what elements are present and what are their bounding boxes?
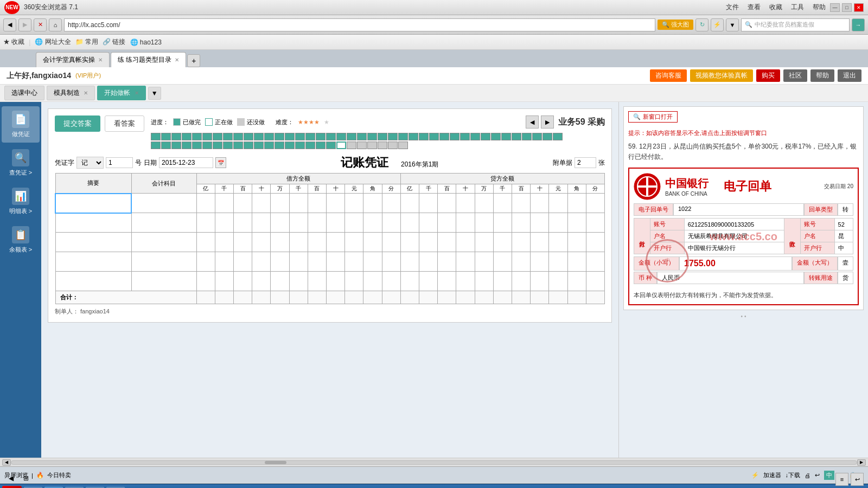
pcell-2[interactable] — [161, 133, 171, 140]
search-go-button[interactable]: → — [852, 18, 865, 31]
c1-c6[interactable] — [493, 194, 512, 213]
c1-c8[interactable] — [531, 194, 549, 213]
c1-c9[interactable] — [549, 194, 567, 213]
pcell-65[interactable] — [398, 142, 408, 149]
forward-button[interactable]: ▶ — [18, 18, 31, 31]
d2-c9[interactable] — [345, 213, 363, 233]
tab-main[interactable]: 会计学堂真帐实操 ✕ — [36, 52, 110, 67]
summary-input-1[interactable] — [57, 198, 130, 208]
pcell-59[interactable] — [336, 142, 346, 149]
tab-active-close[interactable]: ✕ — [175, 57, 179, 63]
pcell-3[interactable] — [171, 133, 181, 140]
date-input[interactable] — [159, 157, 213, 168]
pcell-62[interactable] — [367, 142, 377, 149]
bookmark-links[interactable]: 🔗 链接 — [103, 37, 125, 47]
zoom-button[interactable]: 🔍 强大图 — [658, 20, 693, 30]
d1-c7[interactable] — [308, 194, 326, 213]
c2-c3[interactable] — [438, 213, 456, 233]
d1-c9[interactable] — [345, 194, 363, 213]
c1-c1[interactable] — [400, 194, 419, 213]
pcell-23[interactable] — [378, 133, 387, 140]
pcell-14[interactable] — [285, 133, 295, 140]
d2-c3[interactable] — [233, 213, 252, 233]
bookmark-common[interactable]: 📁 常用 — [75, 37, 98, 47]
buy-button[interactable]: 购买 — [756, 69, 780, 82]
pcell-42[interactable] — [161, 142, 171, 149]
d2-c2[interactable] — [215, 213, 233, 233]
scroll-left-button[interactable]: ◀ — [2, 459, 11, 466]
bookmark-collect[interactable]: ★ 收藏 — [3, 37, 24, 47]
pcell-1[interactable] — [151, 133, 161, 140]
minimize-button[interactable]: — — [830, 3, 840, 12]
pcell-22[interactable] — [367, 133, 377, 140]
close-button[interactable]: ✕ — [854, 3, 864, 12]
pcell-37[interactable] — [522, 133, 532, 140]
pcell-18[interactable] — [326, 133, 336, 140]
pcell-63[interactable] — [378, 142, 387, 149]
view-answer-button[interactable]: 看答案 — [105, 115, 144, 132]
nav-tab-model-close[interactable]: ✕ — [84, 90, 88, 96]
scrollbar-thumb[interactable] — [265, 461, 286, 464]
pcell-36[interactable] — [512, 133, 521, 140]
pcell-45[interactable] — [192, 142, 202, 149]
pcell-29[interactable] — [439, 133, 449, 140]
pcell-6[interactable] — [202, 133, 212, 140]
d1-c5[interactable] — [271, 194, 289, 213]
submit-button[interactable]: 提交答案 — [55, 115, 100, 132]
new-window-button[interactable]: 🔍 新窗口打开 — [628, 111, 678, 123]
account-cell-2[interactable] — [131, 213, 196, 233]
pcell-35[interactable] — [501, 133, 511, 140]
cert-type-select[interactable]: 记 — [76, 157, 104, 169]
refresh2-button[interactable]: ↻ — [695, 18, 709, 31]
bookmark-hao123[interactable]: 🌐 hao123 — [130, 38, 162, 46]
d2-c7[interactable] — [308, 213, 326, 233]
account-cell-1[interactable] — [131, 194, 196, 213]
tab-main-close[interactable]: ✕ — [98, 57, 103, 63]
pcell-60[interactable] — [347, 142, 356, 149]
nav-tab-bookkeeping-close[interactable]: ✕ — [135, 90, 139, 96]
pcell-53[interactable] — [275, 142, 284, 149]
pcell-47[interactable] — [213, 142, 222, 149]
pcell-30[interactable] — [450, 133, 459, 140]
d2-c10[interactable] — [363, 213, 382, 233]
pcell-38[interactable] — [532, 133, 542, 140]
c1-c4[interactable] — [456, 194, 475, 213]
summary-cell-2[interactable] — [55, 213, 131, 233]
start-button[interactable]: ⊞ — [2, 486, 22, 489]
refresh-button[interactable]: ✕ — [34, 18, 47, 31]
pcell-57[interactable] — [316, 142, 326, 149]
summary-cell-4[interactable] — [55, 252, 131, 272]
pcell-56[interactable] — [305, 142, 315, 149]
account-cell-5[interactable] — [131, 272, 196, 291]
sidebar-item-balance[interactable]: 📋 余额表 > — [2, 222, 40, 258]
tab-add-button[interactable]: + — [187, 54, 200, 67]
back-button[interactable]: ◀ — [3, 18, 16, 31]
account-cell-3[interactable] — [131, 233, 196, 252]
c1-c2[interactable] — [419, 194, 437, 213]
scroll-right-button[interactable]: ▶ — [857, 459, 866, 466]
d2-c1[interactable] — [196, 213, 215, 233]
split-screen-button[interactable]: ⊞ — [20, 471, 33, 486]
video-button[interactable]: 视频教您体验真帐 — [690, 69, 753, 82]
calendar-icon[interactable]: 📅 — [215, 157, 226, 168]
d1-c11[interactable] — [382, 194, 400, 213]
c1-c3[interactable] — [438, 194, 456, 213]
search-box[interactable]: 🔍 中纪委批官员档案造假 — [741, 18, 850, 31]
maximize-button[interactable]: □ — [842, 3, 852, 12]
pcell-48[interactable] — [223, 142, 233, 149]
c2-c6[interactable] — [493, 213, 512, 233]
summary-cell-1[interactable] — [55, 194, 131, 213]
d2-c5[interactable] — [271, 213, 289, 233]
c2-c2[interactable] — [419, 213, 437, 233]
pcell-54[interactable] — [285, 142, 295, 149]
d2-c6[interactable] — [289, 213, 308, 233]
pcell-16[interactable] — [305, 133, 315, 140]
nav-tab-bookkeeping[interactable]: 开始做帐 ✕ — [97, 86, 145, 100]
pcell-39[interactable] — [542, 133, 552, 140]
address-input[interactable]: http://lx.acc5.com/ — [64, 18, 655, 31]
d2-c8[interactable] — [326, 213, 344, 233]
logout-button[interactable]: 退出 — [838, 69, 861, 82]
pcell-61[interactable] — [357, 142, 367, 149]
menu-file[interactable]: 文件 — [726, 3, 739, 12]
pcell-31[interactable] — [460, 133, 470, 140]
